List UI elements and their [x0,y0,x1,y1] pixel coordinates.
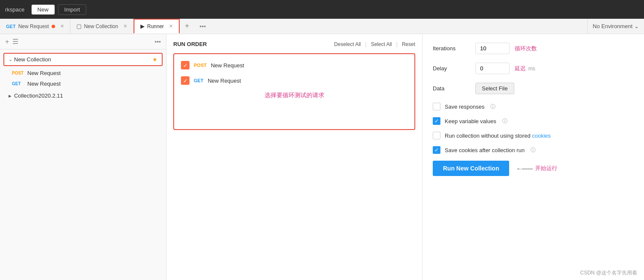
request-get-method: GET [194,78,204,83]
delay-label: Delay [433,65,475,72]
tabs-bar: GET New Request ✕ ▢ New Collection ✕ ▶ R… [0,19,644,34]
tab-method-get: GET [6,24,16,29]
requests-box: ✓ POST New Request ✓ GET New Request 选择要… [173,53,415,130]
environment-select[interactable]: No Environment ⌄ [587,19,644,34]
tab-runner[interactable]: ▶ Runner ✕ [134,19,180,34]
import-button[interactable]: Import [58,4,87,15]
tab-more-button[interactable]: ••• [195,23,211,30]
data-label: Data [433,85,475,92]
tab-label-get-request: New Request [18,23,49,29]
keep-variable-checkbox[interactable]: ✓ [433,117,440,125]
iterations-annotation: 循环次数 [515,45,537,52]
request-name-get: New Request [27,81,61,87]
start-annotation: 开始运行 [535,165,557,172]
keep-variable-label: Keep variable values [445,118,496,124]
request-post-name: New Request [211,62,244,69]
tab-new-collection[interactable]: ▢ New Collection ✕ [70,19,134,34]
cookies-link[interactable]: cookies [532,133,551,139]
watermark: CSDN @这个名字先用着 [580,269,637,277]
save-cookies-checkbox[interactable]: ✓ [433,146,440,154]
deselect-all-button[interactable]: Deselect All [334,41,361,47]
iterations-label: Iterations [433,45,475,52]
run-without-cookies-label: Run collection without using stored cook… [445,133,551,139]
delay-annotation: 延迟 [515,65,526,72]
sidebar-more-icon[interactable]: ••• [154,38,161,45]
tab-label-collection: New Collection [84,23,118,29]
run-new-collection-button[interactable]: Run New Collection [433,161,509,176]
sidebar-collection-new[interactable]: ⌄ New Collection ★ [3,53,163,66]
env-chevron-icon: ⌄ [634,23,639,29]
run-order-title: RUN ORDER [173,41,207,47]
collection-icon: ▢ [76,23,82,29]
arrow-icon: ←—— [516,165,533,172]
new-button[interactable]: New [32,5,55,14]
sidebar-item-get-request[interactable]: GET New Request [0,78,166,89]
separator2: | [396,41,397,47]
separator1: | [365,41,367,47]
run-order-header: RUN ORDER Deselect All | Select All | Re… [173,41,415,47]
tab-close-get[interactable]: ✕ [60,23,64,29]
checkbox-get[interactable]: ✓ [181,76,189,85]
save-responses-row: Save responses ⓘ [433,103,634,110]
save-cookies-label: Save cookies after collection run [445,147,525,153]
save-cookies-info-icon[interactable]: ⓘ [530,147,536,154]
run-annotation: 选择要循环测试的请求 [181,92,408,99]
request-row-post: ✓ POST New Request [181,61,408,69]
request-row-get: ✓ GET New Request [181,76,408,85]
sidebar-collection2[interactable]: ► Collection2020.2.11 [3,90,163,101]
reset-button[interactable]: Reset [402,41,415,47]
main-area: + ☰ ••• ⌄ New Collection ★ POST New Requ… [0,34,644,280]
request-post-method: POST [194,63,207,68]
sidebar-toolbar: + ☰ ••• [0,34,166,49]
select-file-button[interactable]: Select File [475,83,514,94]
request-name-post: New Request [27,70,61,76]
run-order-actions: Deselect All | Select All | Reset [334,41,415,47]
tab-close-runner[interactable]: ✕ [169,23,173,29]
tab-close-collection[interactable]: ✕ [123,23,127,29]
iterations-input[interactable] [475,43,510,54]
env-label: No Environment [593,23,632,29]
save-responses-checkbox[interactable] [433,103,440,110]
keep-variable-info-icon[interactable]: ⓘ [502,118,507,125]
run-without-cookies-row: Run collection without using stored cook… [433,132,634,139]
method-get-label: GET [12,81,24,86]
unsaved-dot [52,25,55,28]
tab-label-runner: Runner [147,23,164,29]
sidebar-item-post-request[interactable]: POST New Request [0,68,166,78]
request-get-name: New Request [208,78,241,84]
save-responses-info-icon[interactable]: ⓘ [490,103,495,110]
runner-panels: RUN ORDER Deselect All | Select All | Re… [166,34,644,280]
delay-ms: ms [528,66,535,72]
collection2-arrow-icon: ► [8,93,12,98]
method-post-label: POST [12,71,24,75]
iterations-row: Iterations 循环次数 [433,43,634,54]
tab-get-new-request[interactable]: GET New Request ✕ [0,19,70,34]
run-button-row: Run New Collection ←—— 开始运行 [433,161,634,176]
tab-add-button[interactable]: + [180,22,195,31]
sidebar: + ☰ ••• ⌄ New Collection ★ POST New Requ… [0,34,166,280]
run-order-panel: RUN ORDER Deselect All | Select All | Re… [166,34,422,280]
settings-panel: Iterations 循环次数 Delay 延迟 ms Data Sel [422,34,644,280]
run-annotation-arrow: ←—— 开始运行 [516,165,557,172]
run-without-cookies-checkbox[interactable] [433,132,440,139]
runner-play-icon: ▶ [140,23,145,29]
sidebar-list: ⌄ New Collection ★ POST New Request GET … [0,49,166,280]
delay-row: Delay 延迟 ms [433,63,634,74]
save-responses-label: Save responses [445,104,484,110]
sidebar-add-icon[interactable]: + [5,38,9,46]
delay-input[interactable] [475,63,510,74]
collection-star-icon[interactable]: ★ [152,56,157,63]
collection-arrow-icon: ⌄ [9,57,12,62]
save-cookies-row: ✓ Save cookies after collection run ⓘ [433,146,634,154]
workspace-label: rkspace [5,6,25,13]
sidebar-collection2-name: Collection2020.2.11 [14,92,63,99]
keep-variable-row: ✓ Keep variable values ⓘ [433,117,634,125]
runner-content-area: RUN ORDER Deselect All | Select All | Re… [166,34,644,280]
checkbox-post[interactable]: ✓ [181,61,189,69]
sidebar-collection-name: New Collection [14,56,152,63]
select-all-button[interactable]: Select All [371,41,392,47]
sidebar-filter-icon[interactable]: ☰ [12,38,18,46]
data-row: Data Select File [433,83,634,94]
titlebar: rkspace New Import [0,0,644,19]
